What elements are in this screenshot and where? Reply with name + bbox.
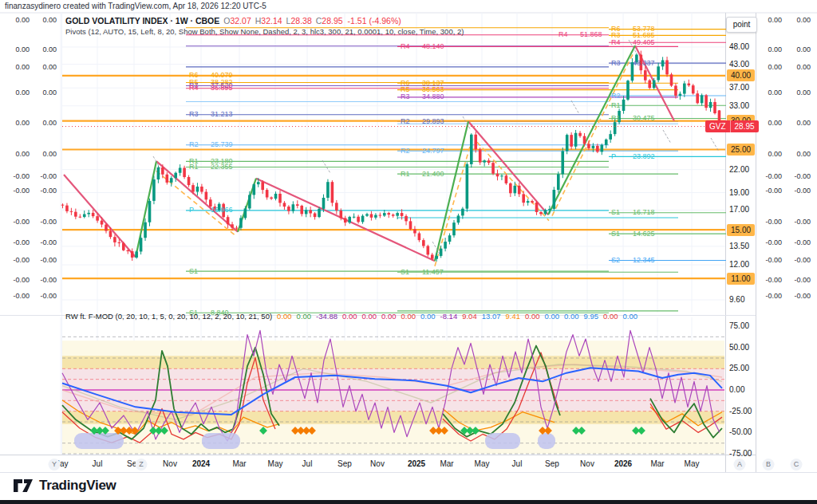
time-label[interactable]: 2025: [408, 459, 425, 468]
indicator-tick[interactable]: -25.00: [729, 407, 752, 415]
indicator-tick[interactable]: 75.00: [729, 321, 749, 330]
candle: [479, 149, 482, 162]
candle: [692, 85, 695, 93]
legend-row-1[interactable]: GOLD VOLATILITY INDEX · 1W · CBOEO32.07H…: [65, 16, 464, 26]
candle: [361, 216, 365, 222]
symbol-title[interactable]: GOLD VOLATILITY INDEX · 1W · CBOE: [65, 16, 219, 26]
time-label[interactable]: May: [268, 459, 283, 468]
candle: [292, 204, 295, 211]
indicator-tick[interactable]: 25.00: [729, 364, 749, 372]
candle: [427, 246, 430, 254]
price-line-badge[interactable]: 11.00: [727, 273, 755, 285]
chart-canvas[interactable]: [0, 0, 817, 504]
drawing-badge-c[interactable]: C: [791, 459, 803, 471]
time-label[interactable]: Jul: [512, 459, 523, 468]
right-margin-value: 0.00: [755, 45, 782, 53]
candle: [622, 100, 626, 111]
indicator-value: 0.00: [381, 312, 397, 321]
candle: [539, 212, 543, 214]
candle: [61, 205, 65, 206]
candle: [535, 203, 539, 212]
candle: [661, 60, 665, 66]
price-tick[interactable]: 17.00: [729, 205, 749, 214]
time-label[interactable]: Nov: [580, 459, 594, 468]
candle: [457, 215, 460, 222]
pivot-value: 29.893: [422, 118, 444, 125]
pivot-label: R3: [401, 93, 410, 100]
tradingview-logo[interactable]: TradingView: [13, 478, 116, 494]
candle: [570, 135, 573, 147]
candle: [205, 192, 208, 200]
indicator-legend[interactable]: RW ft. F-MOD (0, 20, 10, 1, 5, 0, 20, 10…: [65, 312, 637, 321]
candle: [309, 210, 312, 213]
candle: [422, 240, 425, 246]
pivot-value: 51.868: [580, 31, 602, 38]
time-label[interactable]: 2024: [192, 459, 210, 468]
pivot-label: S2: [611, 257, 620, 264]
right-margin-value: -0.00: [755, 172, 782, 180]
candle: [701, 95, 704, 103]
time-label[interactable]: Nov: [163, 459, 177, 468]
time-label[interactable]: May: [475, 459, 490, 468]
price-tick[interactable]: 19.00: [729, 188, 749, 197]
time-label[interactable]: Jul: [93, 459, 103, 468]
symbol-legend[interactable]: GOLD VOLATILITY INDEX · 1W · CBOEO32.07H…: [65, 16, 464, 36]
time-label[interactable]: Sep: [337, 459, 352, 468]
price-tick[interactable]: 37.00: [729, 83, 749, 92]
time-label[interactable]: 2026: [614, 459, 632, 468]
time-label[interactable]: Nov: [370, 459, 385, 468]
pivot-value: 43.337: [633, 60, 655, 67]
time-label[interactable]: Jul: [302, 459, 313, 468]
indicator-tick[interactable]: -75.00: [729, 449, 752, 458]
time-label[interactable]: Mar: [650, 459, 664, 468]
drawing-badge-b[interactable]: B: [763, 459, 775, 471]
price-tick[interactable]: 22.00: [729, 165, 749, 174]
right-margin-value: -0.00: [783, 292, 811, 300]
change-value: -1.51 (-4.96%): [348, 16, 401, 26]
indicator-tick[interactable]: 50.00: [729, 343, 749, 352]
candle: [614, 122, 617, 134]
right-margin-value: -0.00: [783, 238, 811, 246]
drawing-badge-z[interactable]: Z: [136, 459, 148, 471]
price-tick[interactable]: 33.00: [729, 101, 749, 110]
pivot-value: 12.345: [633, 257, 655, 264]
time-label[interactable]: Mar: [232, 459, 246, 468]
candle: [148, 201, 152, 222]
price-line-badge[interactable]: 25.00: [727, 144, 755, 156]
indicator-tick[interactable]: 0.00: [729, 385, 744, 394]
price-line-badge[interactable]: 15.00: [727, 224, 755, 236]
price-tick[interactable]: 9.60: [729, 295, 744, 304]
candle: [409, 221, 412, 229]
candle: [601, 145, 604, 152]
time-label[interactable]: Sep: [545, 459, 559, 468]
time-label[interactable]: Mar: [440, 459, 453, 468]
candle: [274, 194, 278, 199]
indicator-name[interactable]: RW ft. F-MOD (0, 20, 10, 1, 5, 0, 20, 10…: [65, 312, 272, 321]
pivot-label: R1: [189, 163, 199, 171]
candle: [496, 174, 499, 177]
candle: [344, 218, 347, 222]
candle: [440, 249, 443, 256]
price-line-badge[interactable]: 40.00: [727, 69, 755, 81]
pivots-settings[interactable]: Pivots (12, AUTO, 15, Left, 8, 20, Show …: [65, 27, 464, 36]
price-tick[interactable]: 12.00: [729, 260, 749, 269]
right-margin-value: -0.00: [755, 292, 782, 300]
price-tick[interactable]: 13.50: [729, 242, 749, 250]
left-margin-value: 0.00: [30, 150, 57, 158]
drawing-badge-y[interactable]: Y: [49, 459, 61, 471]
indicator-tick[interactable]: -50.00: [729, 427, 752, 436]
pivot-value: 16.718: [633, 209, 655, 216]
price-tick[interactable]: 43.00: [729, 60, 749, 69]
right-margin-value: 0.00: [783, 119, 811, 127]
candle: [140, 238, 143, 251]
pivot-value: 21.400: [422, 171, 444, 178]
tradingview-chart-app: finanzasydinero created with TradingView…: [0, 0, 817, 504]
drawing-badge-a[interactable]: A: [734, 459, 746, 471]
time-label[interactable]: May: [685, 459, 700, 468]
left-margin-value: 0.00: [2, 150, 30, 158]
left-margin-value: 0.00: [30, 45, 57, 53]
pivot-label: P: [611, 153, 616, 160]
right-margin-value: -0.00: [755, 187, 782, 195]
price-tick[interactable]: 48.00: [729, 42, 749, 51]
right-margin-value: -0.00: [783, 187, 811, 195]
